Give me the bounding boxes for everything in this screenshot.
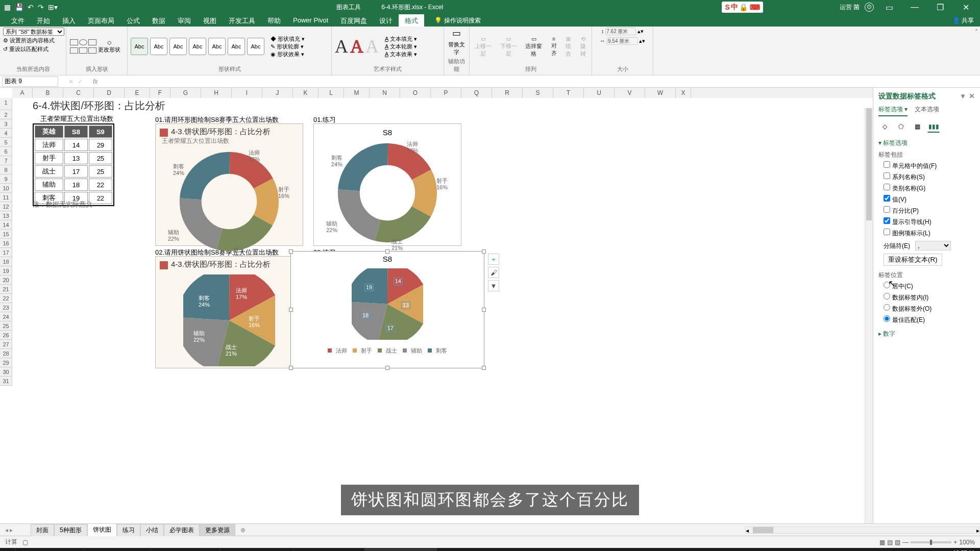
tab-format[interactable]: 格式 bbox=[399, 14, 424, 27]
row-headers[interactable]: 1234567891011121314151617181920212223242… bbox=[0, 98, 12, 386]
section-number[interactable]: ▸ 数字 bbox=[878, 330, 975, 338]
share-button[interactable]: 👤 共享 bbox=[946, 14, 980, 27]
maximize-icon[interactable]: ❐ bbox=[930, 3, 950, 12]
column-headers[interactable]: A B C D E F G H I J K L M N O P Q R S T … bbox=[12, 88, 873, 98]
taskbar-ppt[interactable]: 🟧 Excel图表实战.ppt... bbox=[294, 548, 365, 551]
text-outline-button[interactable]: A 文本轮廓 ▾ bbox=[385, 43, 417, 51]
pane-tab-label-options[interactable]: 标签选项 ▾ bbox=[878, 105, 908, 116]
tab-review[interactable]: 审阅 bbox=[172, 14, 197, 27]
opt-leader-lines[interactable]: 显示引导线(H) bbox=[878, 217, 975, 227]
ribbon-options-icon[interactable]: ▭ bbox=[879, 3, 899, 12]
shape-outline-button[interactable]: ✎ 形状轮廓 ▾ bbox=[271, 43, 305, 51]
chart-filter-icon[interactable]: ▼ bbox=[488, 280, 499, 291]
tab-data[interactable]: 数据 bbox=[146, 14, 172, 27]
chart-pie-2-selected[interactable]: + 🖌 ▼ S8 14 13 17 18 19 法师 射手 战士 辅 bbox=[290, 251, 484, 368]
touch-icon[interactable]: ⊞▾ bbox=[48, 3, 58, 11]
pos-bestfit[interactable]: 最佳匹配(E) bbox=[878, 315, 975, 324]
chart-donut-2[interactable]: S8 法师17% 射手16% 战士21% 辅助22% 刺客24% bbox=[313, 123, 461, 246]
shape-style-preset[interactable]: Abc bbox=[169, 38, 187, 55]
tab-design[interactable]: 设计 bbox=[373, 14, 399, 27]
save-icon[interactable]: 💾 bbox=[15, 3, 23, 11]
shape-style-preset[interactable]: Abc bbox=[228, 38, 245, 55]
fx-icon[interactable]: fx bbox=[93, 78, 97, 85]
enter-icon[interactable]: ✓ bbox=[78, 78, 83, 85]
opt-cell-value[interactable]: 单元格中的值(F) bbox=[878, 161, 975, 170]
opt-category-name[interactable]: 类别名称(G) bbox=[878, 184, 975, 193]
pane-dropdown-icon[interactable]: ▾ bbox=[961, 92, 965, 100]
shapes-gallery[interactable] bbox=[69, 39, 96, 54]
collapse-ribbon-icon[interactable]: ˄ bbox=[973, 27, 980, 75]
chart-plus-icon[interactable]: + bbox=[488, 254, 499, 265]
reset-style-button[interactable]: ↺ 重设以匹配样式 bbox=[3, 45, 48, 53]
text-effects-button[interactable]: A 文本效果 ▾ bbox=[385, 51, 417, 58]
taskbar-excel[interactable]: 🟩 6-4.环形图.xlsx - E... bbox=[365, 548, 437, 551]
opt-series-name[interactable]: 系列名称(S) bbox=[878, 172, 975, 182]
taskbar-premiere[interactable]: Pr Adobe Premiere ... bbox=[84, 548, 151, 551]
sheet-tab[interactable]: 小结 bbox=[140, 524, 164, 536]
pos-inside[interactable]: 数据标签内(I) bbox=[878, 293, 975, 302]
format-selection-button[interactable]: ⚙ 设置所选内容格式 bbox=[3, 37, 55, 44]
tab-baidu[interactable]: 百度网盘 bbox=[334, 14, 373, 27]
sheet-tab[interactable]: 更多资源 bbox=[200, 524, 235, 536]
redo-icon[interactable]: ↷ bbox=[38, 3, 44, 11]
tab-file[interactable]: 文件 bbox=[5, 14, 31, 27]
ime-badge[interactable]: S中 🔒 ⌨ bbox=[722, 2, 763, 13]
macro-record-icon[interactable]: ▢ bbox=[22, 539, 28, 546]
opt-legend-key[interactable]: 图例项标示(L) bbox=[878, 229, 975, 238]
close-icon[interactable]: ✕ bbox=[955, 3, 976, 12]
chart-pie-1[interactable]: 4-3.饼状图/环形图：占比分析 法师17% 射手16% 战士21% 辅助22%… bbox=[155, 256, 303, 368]
tab-view[interactable]: 视图 bbox=[197, 14, 223, 27]
chart-donut-1[interactable]: 4-3.饼状图/环形图：占比分析 王者荣耀五大位置出场数 法师17% 射手16%… bbox=[155, 123, 303, 246]
name-box[interactable] bbox=[2, 77, 58, 87]
separator-row[interactable]: 分隔符(E) , bbox=[878, 241, 975, 251]
opt-percentage[interactable]: 百分比(P) bbox=[878, 206, 975, 215]
wordart-preset[interactable]: A bbox=[365, 36, 379, 57]
tab-help[interactable]: 帮助 bbox=[261, 14, 287, 27]
tell-me[interactable]: 💡操作说明搜索 bbox=[434, 14, 481, 27]
start-button[interactable]: ⊞ bbox=[0, 548, 15, 551]
tab-formulas[interactable]: 公式 bbox=[120, 14, 146, 27]
tab-layout[interactable]: 页面布局 bbox=[82, 14, 120, 27]
account-avatar-icon[interactable]: ⊙ bbox=[865, 3, 874, 12]
cancel-icon[interactable]: ✕ bbox=[68, 78, 74, 85]
align-button[interactable]: ≡对齐 bbox=[549, 36, 559, 57]
taskbar-explorer[interactable]: 📁 C:\Users\Adminis... bbox=[15, 548, 84, 551]
shape-fill-button[interactable]: ◆ 形状填充 ▾ bbox=[271, 35, 305, 43]
effects-icon[interactable]: ⬠ bbox=[895, 120, 907, 133]
shape-style-preset[interactable]: Abc bbox=[247, 38, 264, 55]
shape-effects-button[interactable]: ◉ 形状效果 ▾ bbox=[271, 51, 305, 58]
formula-input[interactable] bbox=[108, 77, 980, 87]
tab-powerpivot[interactable]: Power Pivot bbox=[287, 14, 334, 27]
wordart-preset[interactable]: A bbox=[350, 36, 363, 57]
zoom-slider[interactable] bbox=[911, 541, 951, 543]
section-label-options[interactable]: ▾ 标签选项 bbox=[878, 139, 975, 147]
fill-line-icon[interactable]: ◇ bbox=[878, 120, 891, 133]
new-sheet-icon[interactable]: ⊕ bbox=[235, 527, 251, 534]
sheet-tab[interactable]: 封面 bbox=[31, 524, 54, 536]
view-pagebreak-icon[interactable]: ▧ bbox=[895, 539, 900, 546]
tab-insert[interactable]: 插入 bbox=[56, 14, 82, 27]
sheet-nav-icons[interactable]: ◂ ▸ bbox=[5, 527, 13, 534]
height-input[interactable]: ↕ ▴▾ bbox=[601, 28, 644, 35]
sheet-tab[interactable]: 5种图形 bbox=[54, 524, 87, 536]
shape-style-preset[interactable]: Abc bbox=[208, 38, 226, 55]
shape-style-preset[interactable]: Abc bbox=[131, 38, 148, 55]
account-name[interactable]: 运营 菌 bbox=[840, 3, 860, 12]
horizontal-scrollbar[interactable]: ◂▸ bbox=[745, 527, 980, 534]
taskbar-word[interactable]: 🟦 Excel图表，数据可... bbox=[220, 548, 293, 551]
worksheet-grid[interactable]: 6-4.饼状图/环形图：占比分析 王者荣耀五大位置出场数 英雄S8S9 法师14… bbox=[12, 98, 873, 523]
shape-style-preset[interactable]: Abc bbox=[189, 38, 206, 55]
tab-home[interactable]: 开始 bbox=[31, 14, 56, 27]
shape-style-preset[interactable]: Abc bbox=[150, 38, 167, 55]
label-options-icon[interactable]: ▮▮▮ bbox=[927, 120, 940, 133]
vertical-scrollbar[interactable] bbox=[865, 108, 873, 523]
pane-close-icon[interactable]: ✕ bbox=[969, 92, 975, 100]
taskbar-chrome[interactable]: 🟢 网易云课堂 - 悄悄... bbox=[151, 548, 220, 551]
opt-value[interactable]: 值(V) bbox=[878, 195, 975, 204]
alt-text-button[interactable]: ▭替换文字 bbox=[447, 28, 466, 58]
size-icon[interactable]: ▦ bbox=[911, 120, 923, 133]
zoom-level[interactable]: 100% bbox=[959, 539, 975, 546]
zoom-in-icon[interactable]: + bbox=[953, 539, 957, 546]
view-normal-icon[interactable]: ▦ bbox=[879, 539, 885, 546]
pos-outside[interactable]: 数据标签外(O) bbox=[878, 304, 975, 313]
